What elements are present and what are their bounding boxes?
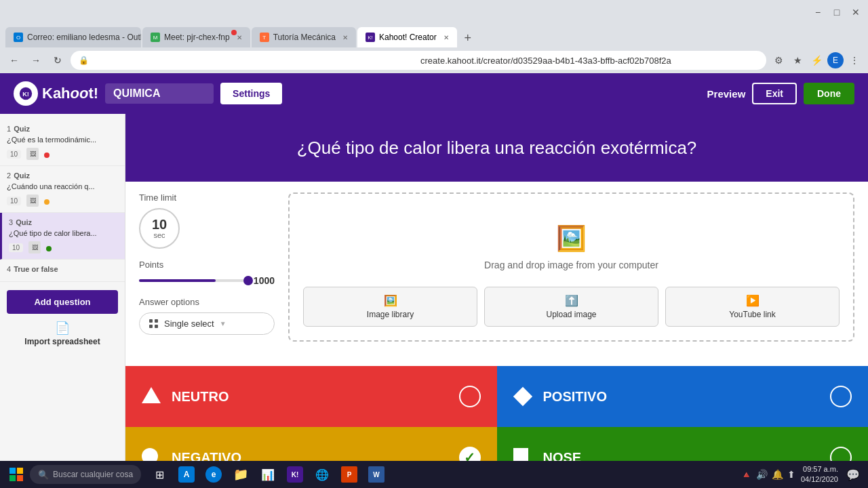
youtube-icon: ▶️ — [746, 294, 760, 307]
diamond-shape — [513, 387, 532, 406]
start-button[interactable] — [5, 464, 27, 485]
minimize-button[interactable]: − — [811, 5, 825, 19]
office-icon: 📊 — [260, 466, 276, 483]
upload-image-button[interactable]: ⬆️ Upload image — [484, 287, 658, 327]
single-select-label: Single select — [164, 319, 214, 329]
import-spreadsheet-button[interactable]: 📄 Import spreadsheet — [7, 321, 118, 346]
sidebar-item-1-dot — [44, 152, 50, 158]
battery-icon[interactable]: ⬆ — [787, 469, 795, 480]
answer-card-b[interactable]: POSITIVO — [497, 366, 869, 427]
taskbar-app-ppt[interactable]: P — [336, 462, 362, 487]
sidebar-item-1-header: 1 Quiz — [7, 125, 118, 133]
header-center: K! Kahoot! Settings — [14, 81, 282, 106]
preview-button[interactable]: Preview — [707, 88, 746, 100]
taskbar-search-bar[interactable]: 🔍 Buscar cualquier cosa — [30, 465, 141, 484]
menu-button[interactable]: ⋮ — [846, 52, 863, 68]
volume-icon[interactable]: 🔊 — [756, 469, 768, 480]
sidebar-item-1-img-icon: 🖼 — [26, 148, 39, 160]
sidebar-item-3-dot — [46, 246, 52, 251]
taskbar-app-chrome[interactable]: 🌐 — [309, 462, 335, 487]
answer-select-b[interactable] — [830, 386, 852, 407]
forward-button[interactable]: → — [27, 52, 45, 69]
notification-button[interactable]: 💬 — [844, 465, 863, 484]
settings-button[interactable]: Settings — [220, 83, 282, 104]
points-slider[interactable]: 1000 — [139, 275, 275, 286]
tab-favicon-tutoria: T — [260, 33, 269, 42]
profile-button[interactable]: E — [827, 52, 844, 68]
time-limit-circle[interactable]: 10 sec — [139, 208, 180, 249]
tab-tutoria[interactable]: T Tutoría Mecánica ✕ — [252, 27, 356, 47]
exit-button[interactable]: Exit — [752, 83, 797, 104]
sidebar-item-3-header: 3 Quiz — [9, 218, 118, 226]
single-select-button[interactable]: Single select ▼ — [139, 312, 275, 335]
sidebar-item-3[interactable]: 3 Quiz ¿Qué tipo de calor libera... 10 🖼 — [0, 213, 125, 260]
reload-button[interactable]: ↻ — [49, 52, 66, 69]
sidebar-item-2-header: 2 Quiz — [7, 171, 118, 180]
taskbar-app-edge[interactable]: e — [201, 462, 226, 487]
answer-card-a[interactable]: NEUTRO — [125, 366, 497, 427]
tab-label-tutoria: Tutoría Mecánica — [273, 33, 336, 42]
svg-rect-2 — [9, 468, 16, 474]
sidebar-item-1-footer: 10 🖼 — [7, 148, 118, 160]
svg-text:K!: K! — [22, 91, 29, 98]
question-area[interactable]: ¿Qué tipo de calor libera una reacción e… — [125, 114, 868, 182]
sidebar-item-4[interactable]: 4 True or false — [0, 260, 125, 282]
time-value: 10 — [152, 218, 167, 231]
taskbar-app-taskview[interactable]: ⊞ — [146, 462, 172, 487]
taskbar-app-store[interactable]: A — [174, 462, 199, 487]
close-button[interactable]: ✕ — [849, 5, 863, 19]
tab-close-tutoria[interactable]: ✕ — [342, 34, 348, 41]
tab-meet[interactable]: M Meet: pjr-chex-fnp ✕ — [142, 27, 250, 47]
search-icon: 🔍 — [38, 470, 49, 480]
sidebar-item-2-type: Quiz — [14, 171, 30, 180]
time-unit: sec — [153, 231, 165, 239]
store-icon: A — [178, 466, 195, 483]
taskbar-app-office[interactable]: 📊 — [255, 462, 281, 487]
tab-close-kahoot[interactable]: ✕ — [443, 34, 449, 41]
tab-kahoot[interactable]: K! Kahoot! Creator ✕ — [357, 27, 457, 47]
systray: 🔺 🔊 🔔 ⬆ — [741, 469, 795, 480]
taskbar-right: 🔺 🔊 🔔 ⬆ 09:57 a.m. 04/12/2020 💬 — [741, 464, 863, 485]
sidebar-item-3-time: 10 — [9, 243, 23, 252]
taskbar-app-kahoot[interactable]: K! — [282, 462, 308, 487]
sidebar-item-3-num: 3 — [9, 218, 13, 226]
add-question-button[interactable]: Add question — [7, 290, 118, 314]
taskbar-left: 🔍 Buscar cualquier cosa ⊞ A e 📁 📊 — [5, 462, 389, 487]
youtube-link-button[interactable]: ▶️ YouTube link — [665, 287, 840, 327]
image-library-button[interactable]: 🖼️ Image library — [303, 287, 477, 327]
youtube-link-label: YouTube link — [729, 310, 776, 319]
answer-text-b: POSITIVO — [543, 389, 831, 405]
edge-icon: e — [205, 466, 222, 483]
sidebar-item-2[interactable]: 2 Quiz ¿Cuándo una reacción q... 10 🖼 — [0, 166, 125, 213]
done-button[interactable]: Done — [804, 83, 854, 104]
address-bar[interactable]: 🔒 create.kahoot.it/creator/d03529aa-b4b1… — [71, 51, 766, 70]
tab-favicon-email: O — [14, 33, 23, 42]
translate-button[interactable]: ⚙ — [770, 52, 787, 68]
clock-date: 04/12/2020 — [801, 474, 838, 485]
image-drop-area[interactable]: 🖼️ Drag and drop image from your compute… — [288, 192, 854, 342]
image-placeholder-icon: 🖼️ — [556, 224, 587, 253]
svg-rect-4 — [9, 475, 16, 481]
back-button[interactable]: ← — [5, 52, 23, 69]
grid-dot-3 — [149, 325, 153, 328]
taskbar-app-explorer[interactable]: 📁 — [228, 462, 254, 487]
sidebar-item-1[interactable]: 1 Quiz ¿Qué es la termodinámic... 10 🖼 — [0, 119, 125, 166]
explorer-icon: 📁 — [233, 466, 249, 483]
answer-select-a[interactable] — [459, 386, 481, 407]
grid-dot-4 — [155, 325, 158, 328]
network-icon[interactable]: 🔺 — [741, 469, 752, 480]
maximize-button[interactable]: □ — [830, 5, 844, 19]
sidebar-item-3-footer: 10 🖼 — [9, 241, 118, 253]
tab-email[interactable]: O Correo: emiliano ledesma - Outl... ✕ — [5, 27, 141, 47]
quiz-title-input[interactable] — [105, 83, 214, 104]
extensions-button[interactable]: ⚡ — [808, 52, 825, 68]
logo-icon: K! — [14, 81, 38, 106]
notification-icon: 💬 — [846, 468, 860, 481]
speaker-icon[interactable]: 🔔 — [772, 469, 783, 480]
tab-close-meet[interactable]: ✕ — [237, 34, 242, 41]
answer-text-a: NEUTRO — [172, 389, 459, 405]
answer-options-label: Answer options — [139, 297, 275, 307]
taskbar-app-word[interactable]: W — [363, 462, 389, 487]
bookmark-button[interactable]: ★ — [789, 52, 806, 68]
new-tab-button[interactable]: + — [458, 28, 477, 47]
